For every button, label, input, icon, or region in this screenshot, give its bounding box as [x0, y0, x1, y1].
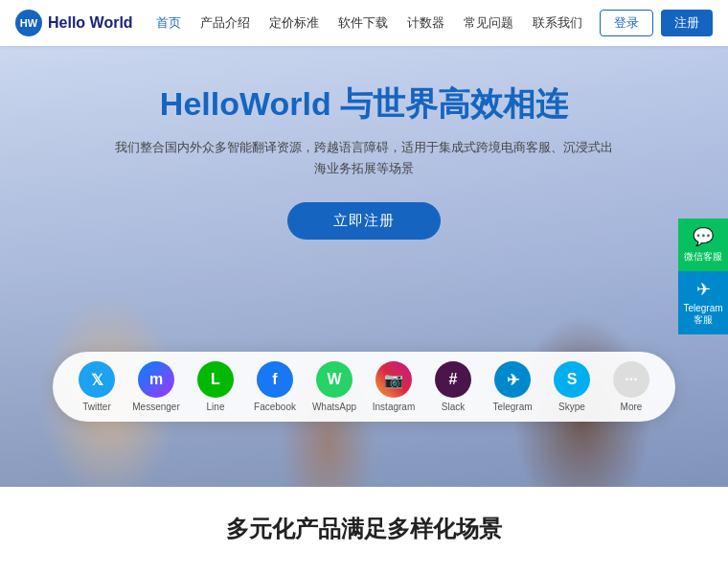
navbar: HW Hello World 首页产品介绍定价标准软件下载计数器常见问题联系我们…: [0, 0, 728, 46]
nav-link-定价标准[interactable]: 定价标准: [269, 14, 319, 32]
hero-subtitle: 我们整合国内外众多智能翻译资源，跨越语言障碍，适用于集成式跨境电商客服、沉浸式出…: [115, 137, 613, 179]
more-icon: ···: [613, 361, 649, 398]
social-item-more[interactable]: ···More: [606, 361, 656, 412]
social-item-twitter[interactable]: 𝕏Twitter: [72, 361, 122, 412]
skype-label: Skype: [558, 402, 585, 412]
twitter-label: Twitter: [82, 402, 110, 412]
telegram-label: Telegram: [492, 402, 532, 412]
logo-initial: HW: [20, 17, 37, 29]
instagram-label: Instagram: [373, 402, 415, 412]
wechat-widget-label: 微信客服: [684, 250, 722, 264]
logo-icon: HW: [15, 10, 42, 36]
more-label: More: [621, 402, 643, 412]
wechat-widget-button[interactable]: 💬微信客服: [678, 218, 728, 271]
nav-link-常见问题[interactable]: 常见问题: [464, 14, 513, 32]
social-item-skype[interactable]: SSkype: [547, 361, 597, 412]
telegram-widget-icon: ✈: [696, 279, 711, 300]
slack-label: Slack: [442, 402, 465, 412]
line-icon: L: [197, 361, 234, 398]
social-item-whatsapp[interactable]: WWhatsApp: [309, 361, 359, 412]
brand-name: Hello World: [48, 14, 133, 32]
bottom-section: 多元化产品满足多样化场景: [0, 487, 728, 560]
logo-area[interactable]: HW Hello World: [15, 10, 133, 36]
nav-link-首页[interactable]: 首页: [156, 14, 181, 32]
nav-link-联系我们[interactable]: 联系我们: [533, 14, 582, 32]
messenger-icon: m: [138, 361, 174, 398]
nav-link-软件下载[interactable]: 软件下载: [338, 14, 388, 32]
whatsapp-icon: W: [316, 361, 353, 398]
social-item-facebook[interactable]: fFacebook: [250, 361, 300, 412]
hero-section: HelloWorld 与世界高效相连 我们整合国内外众多智能翻译资源，跨越语言障…: [0, 46, 728, 487]
instagram-icon: 📷: [375, 361, 412, 398]
wechat-widget-icon: 💬: [693, 226, 714, 247]
whatsapp-label: WhatsApp: [312, 402, 356, 412]
skype-icon: S: [554, 361, 590, 398]
twitter-icon: 𝕏: [79, 361, 115, 398]
telegram-widget-button[interactable]: ✈Telegram客服: [678, 271, 728, 334]
social-bar: 𝕏TwittermMessengerLLinefFacebookWWhatsAp…: [53, 352, 675, 422]
slack-icon: #: [435, 361, 471, 398]
social-item-telegram[interactable]: ✈Telegram: [488, 361, 537, 412]
nav-actions: 登录 注册: [600, 10, 713, 36]
hero-title: HelloWorld 与世界高效相连: [160, 84, 568, 124]
telegram-widget-label: Telegram客服: [682, 303, 724, 327]
hero-content: HelloWorld 与世界高效相连 我们整合国内外众多智能翻译资源，跨越语言障…: [0, 46, 728, 240]
hero-cta-button[interactable]: 立即注册: [287, 202, 441, 240]
login-button[interactable]: 登录: [600, 10, 653, 36]
telegram-icon: ✈: [494, 361, 531, 398]
facebook-label: Facebook: [254, 402, 296, 412]
nav-link-产品介绍[interactable]: 产品介绍: [200, 14, 250, 32]
nav-links: 首页产品介绍定价标准软件下载计数器常见问题联系我们: [156, 14, 600, 32]
messenger-label: Messenger: [132, 402, 179, 412]
social-item-instagram[interactable]: 📷Instagram: [369, 361, 419, 412]
facebook-icon: f: [257, 361, 293, 398]
side-widgets: 💬微信客服✈Telegram客服: [678, 218, 728, 334]
bottom-title: 多元化产品满足多样化场景: [19, 514, 709, 544]
social-item-line[interactable]: LLine: [191, 361, 240, 412]
nav-link-计数器[interactable]: 计数器: [407, 14, 444, 32]
register-button[interactable]: 注册: [661, 10, 713, 36]
line-label: Line: [207, 402, 225, 412]
social-item-slack[interactable]: #Slack: [428, 361, 478, 412]
social-item-messenger[interactable]: mMessenger: [131, 361, 181, 412]
